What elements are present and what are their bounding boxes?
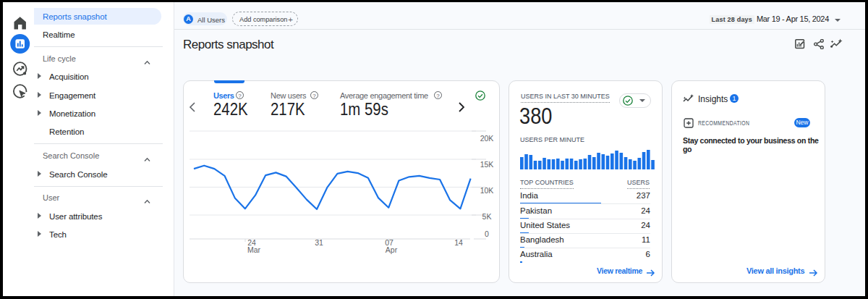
svg-text:14: 14	[454, 238, 463, 247]
svg-text:0: 0	[485, 229, 489, 238]
svg-text:20K: 20K	[480, 134, 494, 143]
svg-text:5K: 5K	[482, 212, 492, 221]
svg-text:Mar: Mar	[247, 245, 261, 254]
svg-text:15K: 15K	[480, 160, 494, 169]
svg-text:Apr: Apr	[386, 245, 398, 254]
svg-text:31: 31	[315, 238, 323, 247]
svg-text:10K: 10K	[480, 186, 494, 195]
